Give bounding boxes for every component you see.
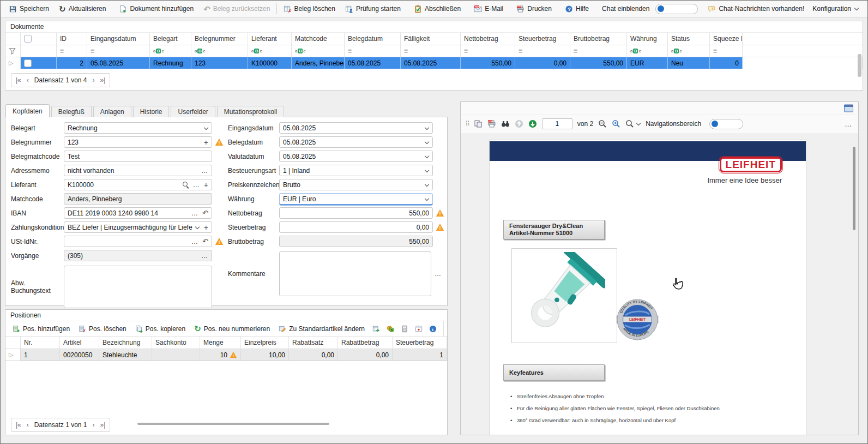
row-checkbox[interactable] xyxy=(24,59,32,67)
column-header-einzelpreis[interactable]: Einzelpreis xyxy=(241,337,289,349)
plus-icon[interactable]: + xyxy=(204,139,208,146)
pager-first-button[interactable]: |« xyxy=(16,421,21,429)
pager-prev-button[interactable]: ‹ xyxy=(27,421,29,429)
tab-kopfdaten[interactable]: Kopfdaten xyxy=(5,104,50,117)
ustidnr-field[interactable]: …↶ xyxy=(64,236,212,247)
undo-icon[interactable]: ↶ xyxy=(202,210,208,217)
belegnummer-field[interactable]: + xyxy=(64,136,212,148)
eingangsdatum-select[interactable]: 05.08.2025 xyxy=(279,122,433,134)
pos-kopieren-button[interactable]: Pos. kopieren xyxy=(131,322,189,335)
filter-select[interactable] xyxy=(21,45,57,57)
column-header-eingangsdatum[interactable]: Eingangsdatum xyxy=(87,33,150,45)
print-icon[interactable] xyxy=(487,119,496,128)
column-header-nettobetrag[interactable]: Nettobetrag xyxy=(461,33,515,45)
document-row-selected[interactable]: ▷ 2 05.08.2025 Rechnung 123 K100000 Ande… xyxy=(5,57,863,69)
pager-prev-button[interactable]: ‹ xyxy=(27,76,29,84)
header-select-all[interactable] xyxy=(21,33,57,45)
email-button[interactable]: E-Mail xyxy=(469,2,508,16)
chat-nachrichten-button[interactable]: Chat-Nachrichten vorhanden! xyxy=(703,2,809,16)
belegmatchcode-input[interactable] xyxy=(68,153,208,160)
chevron-down-icon[interactable] xyxy=(424,182,429,187)
lieferant-input[interactable] xyxy=(68,181,180,189)
dokument-hinzufuegen-button[interactable]: Dokument hinzufügen xyxy=(114,2,198,16)
filter-nettobetrag[interactable]: = xyxy=(461,45,515,57)
position-row[interactable]: ▷ 1 00200050 Stehleuchte 10 10,00 0,00 0… xyxy=(5,349,447,361)
column-header-steuerbetrag[interactable]: Steuerbetrag xyxy=(515,33,570,45)
lieferant-field[interactable]: …+ xyxy=(64,179,212,190)
belegnummer-input[interactable] xyxy=(68,139,201,146)
chat-toggle[interactable] xyxy=(655,4,698,14)
column-header-rabattbetrag[interactable]: Rabattbetrag xyxy=(338,337,393,349)
filter-belegdatum[interactable]: = xyxy=(345,45,401,57)
table-export-button[interactable] xyxy=(370,322,383,335)
chevron-down-icon[interactable] xyxy=(424,168,429,173)
filter-steuerbetrag[interactable]: = xyxy=(515,45,570,57)
column-header-sachkonto[interactable]: Sachkonto xyxy=(152,337,200,349)
viewer-scrollbar[interactable] xyxy=(853,147,855,230)
besteuerungsart-select[interactable]: 1 | Inland xyxy=(279,165,433,176)
steuerbetrag-field[interactable] xyxy=(279,221,433,233)
drag-handle-icon[interactable]: ⠿ xyxy=(465,120,469,128)
undo-icon[interactable]: ↶ xyxy=(202,238,208,245)
zahlungskondition-select[interactable]: BEZ Liefer | Einzugsermächtigung für Lie… xyxy=(64,221,212,233)
column-header-id[interactable]: ID xyxy=(57,33,87,45)
ellipsis-icon[interactable]: … xyxy=(191,211,198,215)
filter-status[interactable]: aBc xyxy=(668,45,710,57)
waehrung-select[interactable]: EUR | Euro xyxy=(279,193,433,205)
belegmatchcode-field[interactable] xyxy=(64,151,212,162)
column-header-matchcode[interactable]: Matchcode xyxy=(292,33,345,45)
tab-historie[interactable]: Historie xyxy=(133,106,170,117)
beleg-loeschen-button[interactable]: Beleg löschen xyxy=(279,2,340,16)
ellipsis-icon[interactable]: … xyxy=(191,239,198,244)
tab-anlagen[interactable]: Anlagen xyxy=(93,106,131,117)
filter-bruttobetrag[interactable]: = xyxy=(570,45,627,57)
pager-first-button[interactable]: |« xyxy=(16,76,21,84)
belegart-select[interactable]: Rechnung xyxy=(64,122,212,134)
ellipsis-icon[interactable]: … xyxy=(201,254,208,258)
column-header-belegart[interactable]: Belegart xyxy=(150,33,191,45)
konfiguration-menu[interactable]: Konfiguration xyxy=(812,5,864,13)
pager-last-button[interactable]: »| xyxy=(100,76,106,84)
column-header-rabattsatz[interactable]: Rabattsatz xyxy=(289,337,338,349)
chevron-down-icon[interactable] xyxy=(203,125,208,130)
document-view-area[interactable]: LEIFHEIT Immer eine Idee besser Fensters… xyxy=(461,133,858,435)
select-all-checkbox[interactable] xyxy=(24,35,32,43)
drucken-button[interactable]: Drucken xyxy=(511,2,557,16)
speichern-button[interactable]: Speichern xyxy=(4,2,54,16)
nettobetrag-input[interactable] xyxy=(283,209,429,217)
nettobetrag-field[interactable] xyxy=(279,207,433,219)
column-header-artikel[interactable]: Artikel xyxy=(60,337,99,349)
belegdatum-select[interactable]: 05.08.2025 xyxy=(279,136,433,148)
tab-userfelder[interactable]: Userfelder xyxy=(171,106,215,117)
aktualisieren-button[interactable]: ↻Aktualisieren xyxy=(54,2,111,16)
zoom-out-icon[interactable] xyxy=(598,119,607,128)
pos-loeschen-button[interactable]: Pos. löschen xyxy=(75,322,130,335)
previous-page-icon[interactable] xyxy=(515,119,523,128)
chevron-down-icon[interactable] xyxy=(424,140,429,145)
column-header-menge[interactable]: Menge xyxy=(200,337,241,349)
filter-lieferant[interactable]: aBc xyxy=(248,45,292,57)
row-expander[interactable]: ▷ xyxy=(5,349,21,361)
next-page-icon[interactable] xyxy=(528,119,537,128)
iban-input[interactable] xyxy=(68,209,189,217)
adressmemo-field[interactable]: nicht vorhanden… xyxy=(64,165,212,176)
pos-hinzufuegen-button[interactable]: Pos. hinzufügen xyxy=(9,322,74,335)
plus-icon[interactable]: + xyxy=(204,182,208,188)
column-header-bezeichnung[interactable]: Bezeichnung xyxy=(99,337,152,349)
zoom-menu[interactable] xyxy=(625,119,641,128)
filter-squeeze-id[interactable]: = xyxy=(710,45,743,57)
zoom-in-icon[interactable] xyxy=(612,119,620,128)
hilfe-button[interactable]: Hilfe xyxy=(560,2,594,16)
navigation-area-toggle[interactable] xyxy=(709,119,743,129)
pruefung-starten-button[interactable]: Prüfung starten xyxy=(340,2,406,16)
viewer-more-menu[interactable]: … xyxy=(845,120,854,128)
zu-standardartikel-button[interactable]: Zu Standardartikel ändern xyxy=(275,322,369,335)
page-number-input[interactable] xyxy=(542,118,572,129)
preiskennzeichen-select[interactable]: Brutto xyxy=(279,179,433,190)
column-header-steuerbetrag[interactable]: Steuerbetrag xyxy=(393,337,447,349)
search-binoculars-icon[interactable] xyxy=(501,119,510,128)
tab-mutationsprotokoll[interactable]: Mutationsprotokoll xyxy=(217,106,284,117)
column-header-belegnummer[interactable]: Belegnummer xyxy=(191,33,248,45)
vorgaenge-field[interactable]: (305)… xyxy=(64,250,212,261)
prices-button[interactable] xyxy=(384,322,397,335)
